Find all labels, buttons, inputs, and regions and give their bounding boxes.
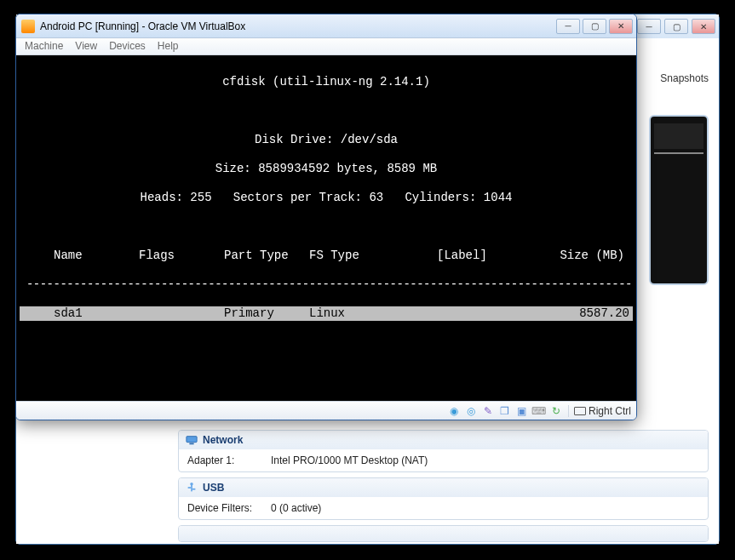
cfdisk-header-row: NameFlagsPart TypeFS Type[Label]Size (MB… bbox=[20, 249, 633, 263]
virtualbox-app-icon bbox=[21, 20, 35, 33]
blank-line bbox=[20, 364, 633, 379]
cfdisk-drive-line: Disk Drive: /dev/sda bbox=[20, 133, 633, 147]
svg-rect-5 bbox=[192, 489, 196, 490]
svg-rect-4 bbox=[188, 487, 192, 489]
network-icon bbox=[186, 434, 198, 446]
svg-rect-3 bbox=[191, 485, 192, 492]
vm-window: Android PC [Running] - Oracle VM Virtual… bbox=[15, 14, 637, 420]
section-shared-folders bbox=[178, 525, 709, 542]
section-usb-title: USB bbox=[203, 482, 224, 494]
vm-titlebar[interactable]: Android PC [Running] - Oracle VM Virtual… bbox=[16, 14, 636, 38]
section-usb: USB Device Filters: 0 (0 active) bbox=[178, 477, 709, 520]
cfdisk-divider: ----------------------------------------… bbox=[20, 277, 633, 292]
section-usb-body: Device Filters: 0 (0 active) bbox=[179, 497, 708, 519]
cfdisk-partition-list: sda1PrimaryLinux8587.20 bbox=[20, 306, 633, 321]
vm-statusbar: ◉ ◎ ✎ ❐ ▣ ⌨ ↻ Right Ctrl bbox=[16, 401, 636, 420]
bg-close-button[interactable]: ✕ bbox=[692, 19, 715, 34]
menu-help[interactable]: Help bbox=[158, 40, 179, 53]
usb-icon bbox=[186, 482, 198, 494]
hdr-label: [Label] bbox=[437, 249, 539, 263]
section-usb-header[interactable]: USB bbox=[179, 478, 708, 497]
guest-terminal[interactable]: cfdisk (util-linux-ng 2.14.1) Disk Drive… bbox=[16, 55, 636, 401]
tab-snapshots[interactable]: Snapshots bbox=[660, 72, 709, 84]
hostkey-indicator[interactable]: Right Ctrl bbox=[568, 405, 631, 417]
vm-details-panel: Network Adapter 1: Intel PRO/1000 MT Des… bbox=[178, 430, 709, 547]
vm-menubar: Machine View Devices Help bbox=[16, 38, 636, 55]
hdr-name: Name bbox=[54, 249, 139, 263]
bg-tabs: Snapshots bbox=[660, 72, 709, 84]
hard-disk-icon[interactable]: ◎ bbox=[464, 404, 478, 418]
usb-filters-label: Device Filters: bbox=[187, 502, 264, 514]
partition-row[interactable]: sda1PrimaryLinux8587.20 bbox=[20, 306, 633, 321]
vm-maximize-button[interactable]: ▢ bbox=[583, 19, 606, 34]
hdr-fstype: FS Type bbox=[309, 249, 437, 263]
blank-line bbox=[20, 220, 633, 234]
cfdisk-program-line: cfdisk (util-linux-ng 2.14.1) bbox=[20, 75, 633, 89]
mouse-captured-icon[interactable]: ▣ bbox=[515, 404, 529, 418]
arrow-down-icon bbox=[574, 407, 586, 415]
hdr-flags: Flags bbox=[139, 249, 224, 263]
optical-disc-icon[interactable]: ◉ bbox=[447, 404, 461, 418]
adapter1-label: Adapter 1: bbox=[187, 454, 264, 466]
bg-minimize-button[interactable]: ─ bbox=[637, 19, 661, 34]
section-network-title: Network bbox=[203, 434, 243, 446]
section-network-header[interactable]: Network bbox=[179, 431, 708, 449]
svg-rect-1 bbox=[189, 443, 193, 445]
hdr-parttype: Part Type bbox=[224, 249, 309, 263]
svg-rect-0 bbox=[187, 437, 197, 443]
menu-view[interactable]: View bbox=[75, 40, 97, 53]
hostkey-label: Right Ctrl bbox=[589, 405, 631, 417]
display-icon[interactable]: ❐ bbox=[498, 404, 512, 418]
section-network-body: Adapter 1: Intel PRO/1000 MT Desktop (NA… bbox=[179, 449, 708, 471]
blank-line bbox=[20, 104, 633, 118]
vm-preview-thumbnail[interactable] bbox=[649, 115, 709, 285]
section-sf-header[interactable] bbox=[179, 526, 708, 541]
keyboard-icon[interactable]: ⌨ bbox=[532, 404, 546, 418]
blank-line bbox=[20, 335, 633, 350]
cfdisk-size-line: Size: 8589934592 bytes, 8589 MB bbox=[20, 162, 633, 176]
bg-maximize-button[interactable]: ▢ bbox=[664, 19, 688, 34]
menu-machine[interactable]: Machine bbox=[25, 40, 63, 53]
blank-line bbox=[20, 393, 633, 401]
menu-devices[interactable]: Devices bbox=[109, 40, 146, 53]
vm-minimize-button[interactable]: ─ bbox=[556, 19, 580, 34]
cfdisk-geometry-line: Heads: 255 Sectors per Track: 63 Cylinde… bbox=[20, 191, 633, 205]
video-capture-icon[interactable]: ↻ bbox=[549, 404, 563, 418]
adapter1-value: Intel PRO/1000 MT Desktop (NAT) bbox=[271, 454, 428, 466]
vm-close-button[interactable]: ✕ bbox=[609, 19, 633, 34]
shared-folder-icon[interactable]: ✎ bbox=[481, 404, 495, 418]
usb-filters-value: 0 (0 active) bbox=[271, 502, 321, 514]
vm-window-title: Android PC [Running] - Oracle VM Virtual… bbox=[40, 20, 554, 32]
section-network: Network Adapter 1: Intel PRO/1000 MT Des… bbox=[178, 430, 709, 472]
hdr-size: Size (MB) bbox=[539, 249, 624, 263]
